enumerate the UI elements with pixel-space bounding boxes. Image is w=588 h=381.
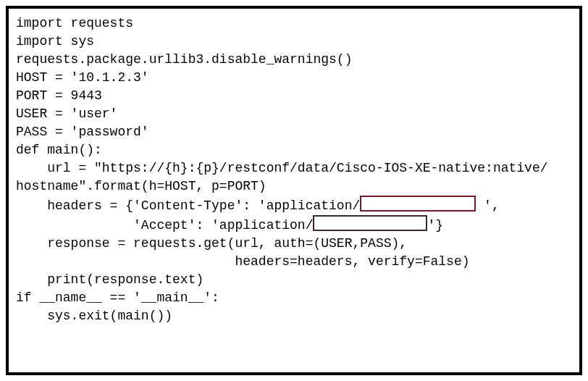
code-line-host: HOST = '10.1.2.3' bbox=[16, 69, 572, 87]
code-line-def-main: def main(): bbox=[16, 141, 572, 159]
code-line-print: print(response.text) bbox=[16, 271, 572, 289]
fill-in-blank-content-type[interactable] bbox=[360, 196, 476, 212]
code-line-if-name-main: if __name__ == '__main__': bbox=[16, 289, 572, 307]
code-line-url-2: hostname".format(h=HOST, p=PORT) bbox=[16, 177, 572, 196]
code-box: import requests import sys requests.pack… bbox=[6, 6, 582, 375]
code-line-pass: PASS = 'password' bbox=[16, 123, 572, 141]
code-line-port: PORT = 9443 bbox=[16, 87, 572, 105]
code-line-response-2: headers=headers, verify=False) bbox=[16, 253, 572, 271]
code-line-disable-warnings: requests.package.urllib3.disable_warning… bbox=[16, 51, 572, 69]
headers-pre-1: headers = {'Content-Type': 'application/ bbox=[16, 198, 360, 213]
code-line-user: USER = 'user' bbox=[16, 105, 572, 123]
headers-post-1: ', bbox=[476, 198, 499, 213]
code-line-headers-accept: 'Accept': 'application/'} bbox=[16, 215, 572, 235]
code-line-sys-exit: sys.exit(main()) bbox=[16, 307, 572, 325]
code-line-import-requests: import requests bbox=[16, 14, 572, 33]
headers-pre-2: 'Accept': 'application/ bbox=[16, 218, 313, 233]
page: import requests import sys requests.pack… bbox=[0, 0, 588, 381]
code-line-headers-content-type: headers = {'Content-Type': 'application/… bbox=[16, 196, 572, 215]
code-line-response-1: response = requests.get(url, auth=(USER,… bbox=[16, 235, 572, 253]
fill-in-blank-accept[interactable] bbox=[313, 215, 427, 231]
code-line-import-sys: import sys bbox=[16, 33, 572, 51]
headers-post-2: '} bbox=[427, 218, 443, 233]
code-line-url-1: url = "https://{h}:{p}/restconf/data/Cis… bbox=[16, 159, 572, 177]
